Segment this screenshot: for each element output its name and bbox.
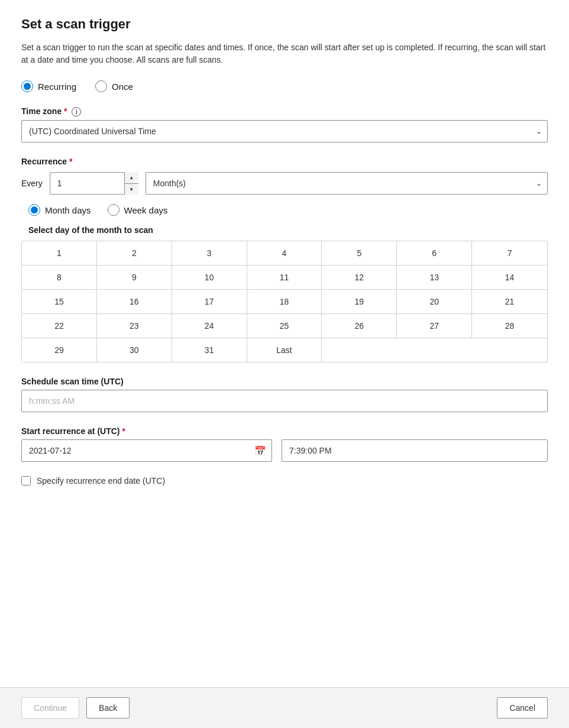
every-text: Every [21,179,43,188]
week-days-radio[interactable] [108,204,119,216]
day-21[interactable]: 21 [472,290,547,313]
month-days-option[interactable]: Month days [28,204,91,216]
recurrence-required: * [69,157,72,166]
day-29[interactable]: 29 [22,338,97,362]
trigger-type-group: Recurring Once [21,80,548,92]
once-label: Once [112,82,133,92]
day-16[interactable]: 16 [97,290,172,313]
start-recurrence-label: Start recurrence at (UTC) * [21,426,548,436]
period-select-wrapper: Day(s) Week(s) Month(s) Year(s) ⌄ [146,172,548,195]
day-12[interactable]: 12 [322,266,397,289]
calendar-row-1: 1 2 3 4 5 6 7 [22,241,547,266]
timezone-required: * [64,106,67,116]
day-25[interactable]: 25 [247,314,322,338]
start-recurrence-required: * [122,426,125,436]
day-23[interactable]: 23 [97,314,172,338]
timezone-select[interactable]: (UTC) Coordinated Universal Time (UTC-08… [21,120,548,143]
spinner-up-button[interactable]: ▲ [125,172,138,184]
day-2[interactable]: 2 [97,241,172,265]
recurrence-label: Recurrence * [21,157,548,166]
calendar-row-5: 29 30 31 Last [22,338,547,362]
month-days-label: Month days [45,205,91,215]
day-9[interactable]: 9 [97,266,172,289]
start-time-input[interactable] [282,439,548,462]
page-title: Set a scan trigger [21,17,548,32]
day-17[interactable]: 17 [172,290,247,313]
continue-button[interactable]: Continue [21,697,79,719]
day-13[interactable]: 13 [397,266,472,289]
day-3[interactable]: 3 [172,241,247,265]
week-days-option[interactable]: Week days [108,204,168,216]
date-time-row: 📅 [21,439,548,462]
calendar-row-4: 22 23 24 25 26 27 28 [22,314,547,338]
day-14[interactable]: 14 [472,266,547,289]
footer-left-buttons: Continue Back [21,697,130,719]
day-28[interactable]: 28 [472,314,547,338]
every-number-wrapper: ▲ ▼ [50,172,138,195]
timezone-info-icon[interactable]: i [72,107,81,117]
recurring-radio[interactable] [21,80,33,92]
schedule-time-input[interactable] [21,390,548,412]
day-7[interactable]: 7 [472,241,547,265]
day-1[interactable]: 1 [22,241,97,265]
day-19[interactable]: 19 [322,290,397,313]
calendar-icon[interactable]: 📅 [254,445,266,457]
day-18[interactable]: 18 [247,290,322,313]
schedule-time-label: Schedule scan time (UTC) [21,377,548,386]
period-select[interactable]: Day(s) Week(s) Month(s) Year(s) [146,172,548,195]
timezone-label: Time zone * i [21,106,548,117]
day-5[interactable]: 5 [322,241,397,265]
calendar-grid: 1 2 3 4 5 6 7 8 9 10 11 12 13 14 15 16 [21,241,548,363]
select-day-label: Select day of the month to scan [21,225,548,235]
spinner-down-button[interactable]: ▼ [125,184,138,195]
footer-bar: Continue Back Cancel [0,687,569,728]
recurrence-section: Recurrence * Every ▲ ▼ Day(s) Week(s) Mo… [21,157,548,363]
calendar-row-2: 8 9 10 11 12 13 14 [22,266,547,290]
day-31[interactable]: 31 [172,338,247,362]
day-6[interactable]: 6 [397,241,472,265]
once-option[interactable]: Once [95,80,133,92]
specify-end-label: Specify recurrence end date (UTC) [37,476,165,486]
recurring-label: Recurring [38,82,76,92]
day-30[interactable]: 30 [97,338,172,362]
calendar-row-3: 15 16 17 18 19 20 21 [22,290,547,314]
specify-end-row: Specify recurrence end date (UTC) [21,476,548,486]
day-8[interactable]: 8 [22,266,97,289]
day-26[interactable]: 26 [322,314,397,338]
timezone-section: Time zone * i (UTC) Coordinated Universa… [21,106,548,143]
spinner-buttons: ▲ ▼ [124,172,138,195]
month-days-radio[interactable] [28,204,40,216]
start-recurrence-section: Start recurrence at (UTC) * 📅 [21,426,548,462]
date-input-wrapper: 📅 [21,439,272,462]
day-22[interactable]: 22 [22,314,97,338]
day-24[interactable]: 24 [172,314,247,338]
day-27[interactable]: 27 [397,314,472,338]
once-radio[interactable] [95,80,107,92]
day-last[interactable]: Last [247,338,322,362]
start-date-input[interactable] [21,439,272,462]
day-4[interactable]: 4 [247,241,322,265]
day-20[interactable]: 20 [397,290,472,313]
recurring-option[interactable]: Recurring [21,80,76,92]
week-days-label: Week days [124,205,168,215]
cancel-button[interactable]: Cancel [497,697,548,719]
day-10[interactable]: 10 [172,266,247,289]
day-empty [322,338,547,362]
day-15[interactable]: 15 [22,290,97,313]
day-type-group: Month days Week days [21,204,548,216]
every-row: Every ▲ ▼ Day(s) Week(s) Month(s) Year(s… [21,172,548,195]
day-11[interactable]: 11 [247,266,322,289]
page-description: Set a scan trigger to run the scan at sp… [21,41,548,66]
schedule-section: Schedule scan time (UTC) [21,377,548,412]
back-button[interactable]: Back [86,697,130,719]
specify-end-checkbox[interactable] [21,476,31,486]
timezone-select-wrapper: (UTC) Coordinated Universal Time (UTC-08… [21,120,548,143]
